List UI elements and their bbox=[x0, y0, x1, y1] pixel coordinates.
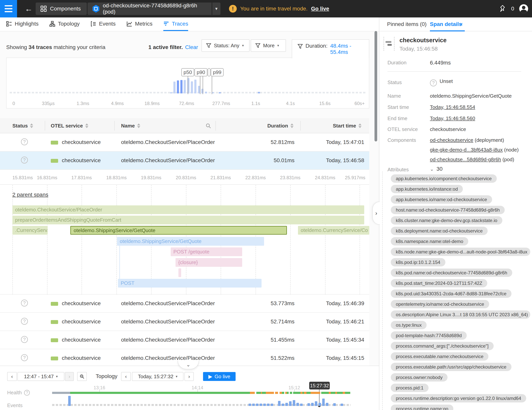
panel-collapse-handle[interactable]: › bbox=[372, 201, 380, 225]
waterfall-span[interactable]: oteldemo.ShippingService/GetQuote bbox=[117, 237, 264, 246]
attributes-toggle[interactable]: ⌄30 bbox=[430, 166, 443, 172]
percentile-marker-p50[interactable]: p50 bbox=[181, 68, 194, 76]
component-link-node[interactable]: gke-gke-demo-d...3bf643a8-i8ux (node) bbox=[430, 147, 519, 153]
range-next-button[interactable]: › bbox=[65, 372, 74, 381]
pod-selector-caret[interactable]: ▼ bbox=[212, 2, 220, 15]
time-cursor-tooltip[interactable]: 15:27:32 bbox=[309, 382, 330, 390]
component-link-pod[interactable]: od-checkoutse...58d689d-g8r6h (pod) bbox=[430, 157, 514, 162]
table-row[interactable]: ?checkoutserviceoteldemo.CheckoutService… bbox=[0, 313, 369, 331]
search-icon[interactable] bbox=[205, 123, 211, 129]
attribute-chip[interactable]: k8s.cluster.name:gke-demo-dev.gcp.stacks… bbox=[391, 216, 502, 225]
components-button[interactable]: Components bbox=[36, 2, 87, 15]
column-header-status[interactable]: Status bbox=[12, 118, 33, 133]
clear-filters-link[interactable]: Clear bbox=[185, 44, 198, 50]
tab-traces[interactable]: Traces bbox=[163, 18, 188, 31]
name-field-value: oteldemo.ShippingService/GetQuote bbox=[430, 93, 512, 99]
event-bar bbox=[289, 401, 292, 406]
attribute-chip[interactable]: process.runtime.name:go bbox=[391, 405, 453, 410]
table-row[interactable]: ?checkoutserviceoteldemo.CheckoutService… bbox=[0, 331, 369, 349]
attribute-chip[interactable]: app.kubernetes.io/component:checkoutserv… bbox=[391, 174, 497, 183]
attribute-chip[interactable]: process.runtime.description:go version g… bbox=[391, 394, 526, 402]
sort-icon bbox=[358, 124, 361, 128]
vertical-scrollbar[interactable] bbox=[374, 31, 377, 142]
cell-start-time: Today, 15:45:15 bbox=[326, 355, 364, 361]
attribute-chip[interactable]: k8s.pod.uid:3a430351-2cda-4d67-8d88-318f… bbox=[391, 289, 512, 298]
waterfall-span-selected[interactable]: oteldemo.ShippingService/GetQuote bbox=[70, 226, 287, 235]
tab-highlights[interactable]: Highlights bbox=[6, 18, 38, 31]
tab-pinned-items[interactable]: Pinned items (0) bbox=[387, 21, 427, 27]
hamburger-menu-icon[interactable] bbox=[0, 0, 17, 18]
percentile-marker-p90[interactable]: p90 bbox=[195, 68, 207, 76]
component-link-deployment[interactable]: od-checkoutservice (deployment) bbox=[430, 137, 504, 143]
column-header-otel-service[interactable]: OTEL service bbox=[51, 118, 88, 133]
close-icon[interactable]: × bbox=[460, 21, 463, 27]
waterfall-span[interactable]: POST /getquote bbox=[171, 248, 242, 256]
waterfall-span[interactable]: .CurrencyServ... bbox=[12, 226, 48, 235]
attribute-chip[interactable]: opentelemetry.io/name:od-checkoutservice bbox=[391, 300, 489, 308]
range-prev-button[interactable]: ‹ bbox=[7, 372, 17, 381]
timestamp-next-button[interactable]: › bbox=[184, 372, 194, 381]
status-filter-button[interactable]: Status: Any▾ bbox=[201, 39, 249, 52]
percentile-marker-mid[interactable] bbox=[208, 68, 210, 76]
waterfall-gridline bbox=[116, 185, 117, 295]
event-bar bbox=[260, 404, 262, 406]
waterfall-span[interactable]: oteldemo.CheckoutService/PlaceOrder bbox=[12, 205, 364, 214]
waterfall-span[interactable]: {closure} bbox=[176, 258, 242, 267]
attribute-chip[interactable]: os.type:linux bbox=[391, 321, 427, 329]
attribute-chip[interactable]: process.owner:nobody bbox=[391, 373, 447, 381]
waterfall-axis-label: 18.831ms bbox=[106, 175, 126, 180]
attribute-chip[interactable]: k8s.deployment.name:od-checkoutservice bbox=[391, 227, 488, 235]
attribute-chip[interactable]: k8s.pod.ip:10.1.2.154 bbox=[391, 258, 445, 267]
timestamp-dropdown[interactable]: Today, 15:27:32▾ bbox=[132, 372, 183, 381]
status-field-label: Status bbox=[388, 79, 402, 86]
tab-topology[interactable]: Topology bbox=[49, 18, 80, 31]
attribute-chip[interactable]: app.kubernetes.io/instance:od bbox=[391, 185, 463, 193]
attribute-chip[interactable]: k8s.namespace.name:otel-demo bbox=[391, 237, 468, 246]
attribute-chip[interactable]: pod-template-hash:77458d689d bbox=[391, 331, 467, 340]
zoom-out-button[interactable] bbox=[77, 372, 87, 381]
column-header-name[interactable]: Name bbox=[121, 118, 140, 133]
parent-spans-link[interactable]: 2 parent spans bbox=[12, 192, 48, 198]
top-bar: ← Components od-checkoutservice-77458d68… bbox=[0, 0, 532, 18]
attribute-chip[interactable]: k8s.node.name:gke-gke-demo-d...ault-node… bbox=[391, 248, 530, 256]
attribute-chip[interactable]: os.description:Alpine Linux 3....t 18 03… bbox=[391, 310, 530, 319]
attribute-chip[interactable]: process.pid:1 bbox=[391, 384, 428, 392]
duration-filter[interactable]: Duration: 48.4ms - 55.4ms bbox=[292, 39, 369, 58]
waterfall-span[interactable]: oteldemo.CurrencyService/Co bbox=[298, 226, 369, 235]
table-row[interactable]: ?checkoutserviceoteldemo.CheckoutService… bbox=[0, 133, 369, 152]
percentile-marker-p99[interactable]: p99 bbox=[211, 68, 224, 76]
attribute-chip[interactable]: process.command_args:["./checkoutservice… bbox=[391, 342, 494, 350]
column-header-start-time[interactable]: Start time bbox=[333, 118, 361, 133]
cell-start-time: Today, 15:46:58 bbox=[326, 157, 364, 163]
waterfall-span[interactable] bbox=[179, 268, 181, 277]
timestamp-prev-button[interactable]: ‹ bbox=[121, 372, 131, 381]
attribute-chip[interactable]: host.name:od-checkoutservice-77458d689d-… bbox=[391, 206, 505, 214]
attribute-chip[interactable]: app.kubernetes.io/name:od-checkoutservic… bbox=[391, 195, 492, 204]
cell-span-name: oteldemo.CheckoutService/PlaceOrder bbox=[121, 319, 215, 325]
pod-selector[interactable]: od-checkoutservice-77458d689d-g8r6h (pod… bbox=[87, 2, 212, 15]
waterfall-span[interactable]: POST bbox=[118, 279, 262, 287]
time-range-dropdown[interactable]: 12:47 - 15:47▾ bbox=[18, 372, 64, 381]
end-time-link[interactable]: Today, 15:46:58.560 bbox=[430, 115, 475, 122]
column-header-duration[interactable]: Duration bbox=[267, 118, 294, 133]
tab-events[interactable]: Events bbox=[90, 18, 116, 31]
pin-icon[interactable] bbox=[499, 5, 506, 13]
table-row[interactable]: ?checkoutserviceoteldemo.CheckoutService… bbox=[0, 295, 369, 313]
help-icon[interactable]: ? bbox=[24, 390, 30, 396]
end-time-field-label: End time bbox=[388, 115, 408, 122]
start-time-link[interactable]: Today, 15:46:58.554 bbox=[430, 104, 475, 110]
go-live-link[interactable]: Go live bbox=[311, 6, 329, 12]
more-filters-button[interactable]: More▾ bbox=[251, 39, 286, 52]
attribute-chip[interactable]: process.executable.path:/usr/src/app/che… bbox=[391, 363, 512, 371]
attribute-chip[interactable]: process.executable.name:checkoutservice bbox=[391, 352, 488, 361]
table-row[interactable]: ?checkoutserviceoteldemo.CheckoutService… bbox=[0, 152, 369, 170]
back-arrow-icon[interactable]: ← bbox=[23, 0, 35, 18]
attribute-chip[interactable]: k8s.pod.name:od-checkoutservice-77458d68… bbox=[391, 268, 512, 277]
user-avatar[interactable] bbox=[519, 4, 528, 13]
tab-metrics[interactable]: Metrics bbox=[126, 18, 152, 31]
attribute-chip[interactable]: k8s.pod.start_time:2024-03-12T11:57:42Z bbox=[391, 279, 487, 287]
waterfall-span[interactable]: prepareOrderItemsAndShippingQuoteFromCar… bbox=[12, 216, 364, 224]
health-segment bbox=[256, 392, 261, 394]
tab-span-details[interactable]: Span details bbox=[430, 21, 462, 27]
go-live-button[interactable]: ▶Go live bbox=[203, 372, 236, 381]
